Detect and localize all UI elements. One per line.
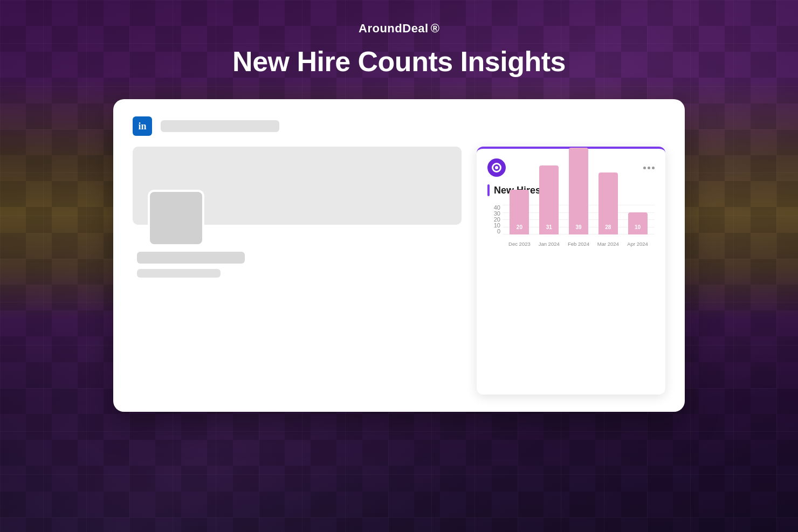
chart-area: 0 10 20 30 40 bbox=[487, 205, 655, 246]
bar-value-label: 31 bbox=[546, 224, 552, 230]
profile-name-placeholder bbox=[137, 252, 245, 264]
bar-value-label: 28 bbox=[605, 224, 611, 230]
bar-group: 39 bbox=[564, 148, 594, 234]
header-placeholder-bar bbox=[161, 120, 279, 132]
bar-group: 20 bbox=[505, 190, 534, 234]
profile-avatar bbox=[148, 190, 204, 246]
bar-apr-2024[interactable]: 10 bbox=[628, 212, 648, 234]
logo-symbol: ® bbox=[431, 22, 439, 36]
profile-banner bbox=[133, 147, 462, 225]
bar-chart: 0 10 20 30 40 bbox=[487, 205, 655, 386]
profile-section bbox=[133, 147, 462, 395]
dot-icon bbox=[643, 167, 646, 169]
chart-panel: New Hires 0 10 20 30 40 bbox=[477, 147, 665, 395]
bar-jan-2024[interactable]: 31 bbox=[539, 165, 559, 234]
bar-dec-2023[interactable]: 20 bbox=[510, 190, 529, 234]
bar-mar-2024[interactable]: 28 bbox=[598, 172, 618, 234]
linkedin-icon: in bbox=[133, 116, 152, 136]
bar-group: 28 bbox=[593, 172, 623, 234]
bar-group: 10 bbox=[623, 212, 652, 234]
bars-row: 2031392810 bbox=[503, 205, 655, 234]
logo-circle-icon bbox=[492, 163, 501, 172]
profile-sub-placeholder bbox=[137, 269, 221, 278]
bar-value-label: 10 bbox=[635, 224, 641, 230]
chart-title-accent-bar bbox=[487, 184, 490, 196]
x-labels: Dec 2023Jan 2024Feb 2024Mar 2024Apr 2024 bbox=[503, 241, 655, 247]
x-label-feb-2024: Feb 2024 bbox=[564, 241, 594, 247]
arounddeal-logo-icon bbox=[487, 158, 506, 177]
logo-area: AroundDeal® bbox=[359, 22, 439, 36]
content-wrapper: AroundDeal® New Hire Counts Insights in bbox=[0, 0, 798, 532]
card-body: New Hires 0 10 20 30 40 bbox=[133, 147, 665, 395]
x-label-dec-2023: Dec 2023 bbox=[505, 241, 534, 247]
main-card: in bbox=[113, 99, 685, 412]
profile-info bbox=[133, 252, 462, 278]
x-label-jan-2024: Jan 2024 bbox=[534, 241, 564, 247]
bar-value-label: 20 bbox=[517, 224, 522, 230]
linkedin-letter: in bbox=[138, 121, 146, 132]
page-title: New Hire Counts Insights bbox=[232, 45, 566, 78]
logo-text: AroundDeal bbox=[359, 22, 429, 36]
more-options-button[interactable] bbox=[643, 167, 655, 169]
card-header: in bbox=[133, 116, 665, 136]
bar-value-label: 39 bbox=[575, 224, 581, 230]
chart-inner: 2031392810 Dec 2023Jan 2024Feb 2024Mar 2… bbox=[503, 205, 655, 246]
bar-group: 31 bbox=[534, 165, 564, 234]
dot-icon bbox=[652, 167, 655, 169]
y-axis: 0 10 20 30 40 bbox=[487, 205, 503, 246]
bar-feb-2024[interactable]: 39 bbox=[569, 148, 588, 234]
dot-icon bbox=[648, 167, 650, 169]
x-label-mar-2024: Mar 2024 bbox=[593, 241, 623, 247]
x-label-apr-2024: Apr 2024 bbox=[623, 241, 652, 247]
y-label-0: 0 bbox=[487, 229, 503, 234]
